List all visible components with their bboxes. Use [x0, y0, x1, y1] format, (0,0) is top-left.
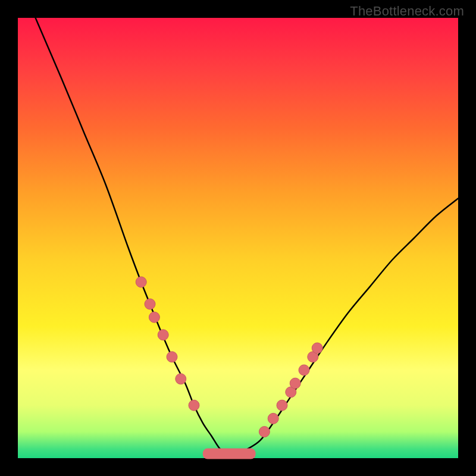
watermark-text: TheBottleneck.com — [350, 4, 464, 19]
plot-area — [18, 18, 458, 458]
data-marker — [189, 400, 199, 411]
valley-bar — [203, 449, 256, 459]
data-marker — [290, 378, 300, 389]
data-marker — [167, 352, 177, 362]
markers-left — [136, 277, 199, 411]
data-marker — [136, 277, 146, 287]
data-marker — [268, 413, 278, 424]
data-marker — [149, 312, 159, 322]
data-marker — [299, 365, 309, 375]
data-marker — [312, 343, 322, 353]
data-marker — [277, 400, 287, 411]
data-marker — [176, 374, 186, 384]
data-marker — [145, 299, 155, 309]
bottleneck-curve — [36, 18, 458, 455]
data-marker — [158, 330, 168, 340]
chart-frame: TheBottleneck.com — [0, 0, 476, 476]
chart-svg — [18, 18, 458, 458]
data-marker — [259, 427, 270, 437]
markers-right — [259, 343, 322, 437]
